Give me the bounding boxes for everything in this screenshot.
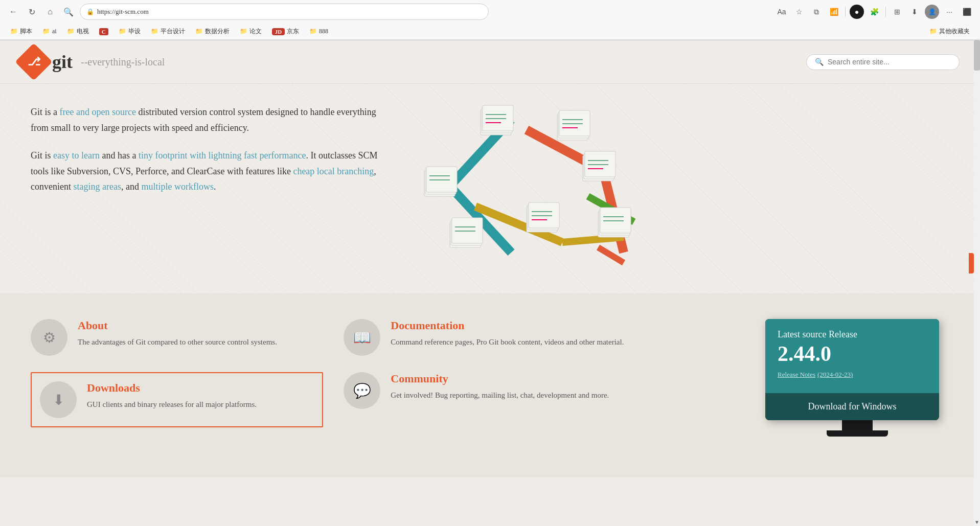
git-logo-diamond: ⎇ bbox=[15, 43, 53, 81]
bookmark-lunwen[interactable]: 📁 论文 bbox=[236, 26, 266, 37]
orange-side-tab[interactable] bbox=[969, 253, 974, 273]
svg-line-5 bbox=[562, 237, 624, 242]
split-view-button[interactable]: ⊞ bbox=[890, 5, 904, 19]
downloads-title: Downloads bbox=[87, 381, 257, 395]
download-windows-button[interactable]: Download for Windows bbox=[765, 393, 939, 420]
site-logo[interactable]: ⎇ git --everything-is-local bbox=[20, 49, 165, 75]
chat-icon: 💬 bbox=[353, 382, 371, 399]
back-button[interactable]: ← bbox=[6, 5, 20, 19]
col-1: ⚙ About The advantages of Git compared t… bbox=[31, 319, 323, 427]
hero-p2-final: . bbox=[214, 181, 216, 192]
downloads-card[interactable]: ⬇ Downloads GUI clients and binary relea… bbox=[31, 372, 323, 427]
release-title: Latest source Release bbox=[778, 329, 927, 340]
downloads-icon-circle: ⬇ bbox=[40, 381, 77, 418]
search-icon: 🔍 bbox=[815, 58, 824, 66]
accounts-button[interactable]: ● bbox=[850, 5, 864, 19]
refresh-button[interactable]: ↻ bbox=[25, 5, 39, 19]
bookmarks-bar: 📁 脚本 📁 ai 📁 电视 C 📁 毕设 📁 平台设计 📁 数据分析 📁 论 bbox=[0, 24, 980, 40]
search-input[interactable] bbox=[828, 58, 951, 66]
book-icon: 📖 bbox=[353, 329, 371, 346]
docs-content: Documentation Command reference pages, P… bbox=[391, 319, 624, 348]
signal-icon: 📶 bbox=[827, 5, 841, 19]
monitor-stand bbox=[842, 420, 873, 430]
staging-areas-link[interactable]: staging areas bbox=[73, 181, 121, 192]
bookmark-other[interactable]: 📁 其他收藏夹 bbox=[925, 26, 974, 37]
folder-icon: 📁 bbox=[195, 28, 203, 35]
tiny-footprint-link[interactable]: tiny footprint with lightning fast perfo… bbox=[139, 150, 306, 161]
screenshot-button[interactable]: ⬛ bbox=[960, 5, 974, 19]
divider-1 bbox=[845, 7, 846, 17]
folder-icon: 📁 bbox=[929, 28, 937, 35]
extensions-button[interactable]: 🧩 bbox=[867, 5, 881, 19]
folder-icon: 📁 bbox=[151, 28, 158, 35]
git-logo-icon: ⎇ bbox=[28, 55, 40, 68]
bookmark-bishe[interactable]: 📁 毕设 bbox=[115, 26, 145, 37]
documentation-card[interactable]: 📖 Documentation Command reference pages,… bbox=[344, 319, 636, 356]
git-diagram bbox=[409, 104, 644, 268]
about-desc: The advantages of Git compared to other … bbox=[78, 336, 277, 348]
bookmark-label: 888 bbox=[319, 28, 328, 35]
site-name: git bbox=[52, 51, 73, 73]
release-date: (2024-02-23) bbox=[817, 371, 853, 378]
home-button[interactable]: ⌂ bbox=[43, 5, 57, 19]
avatar[interactable]: 👤 bbox=[925, 5, 939, 19]
hero-text: Git is a free and open source distribute… bbox=[31, 104, 389, 207]
downloads-desc: GUI clients and binary releases for all … bbox=[87, 399, 257, 410]
bookmark-c[interactable]: C bbox=[95, 27, 112, 36]
bookmark-pingtai[interactable]: 📁 平台设计 bbox=[147, 26, 189, 37]
about-title: About bbox=[78, 319, 277, 332]
community-content: Community Get involved! Bug reporting, m… bbox=[391, 372, 609, 401]
favorites-button[interactable]: ☆ bbox=[792, 5, 806, 19]
hero-p2-mid1: and has a bbox=[100, 150, 139, 161]
downloads-button[interactable]: ⬇ bbox=[907, 5, 922, 19]
search-button[interactable]: 🔍 bbox=[61, 5, 76, 19]
bookmark-jiaob[interactable]: 📁 脚本 bbox=[6, 26, 36, 37]
bookmark-label: 脚本 bbox=[20, 27, 32, 36]
scrollbar-down[interactable]: ▼ bbox=[974, 518, 980, 526]
more-button[interactable]: ··· bbox=[942, 5, 956, 19]
collections-button[interactable]: ⧉ bbox=[809, 5, 824, 19]
hero-para-2: Git is easy to learn and has a tiny foot… bbox=[31, 148, 389, 195]
monitor-body: Latest source Release 2.44.0 Release Not… bbox=[765, 319, 939, 420]
community-icon-circle: 💬 bbox=[344, 372, 380, 409]
site-header: ⎇ git --everything-is-local 🔍 bbox=[0, 40, 980, 84]
about-icon-circle: ⚙ bbox=[31, 319, 67, 356]
bookmark-jd[interactable]: JD 京东 bbox=[268, 26, 303, 37]
scrollbar-track: ▲ ▼ bbox=[974, 40, 980, 526]
community-title: Community bbox=[391, 372, 609, 385]
bookmark-other-label: 其他收藏夹 bbox=[939, 27, 970, 36]
download-icon: ⬇ bbox=[53, 392, 64, 408]
folder-icon: 📁 bbox=[67, 28, 75, 35]
bookmarks-right: 📁 其他收藏夹 bbox=[925, 26, 974, 37]
lock-icon: 🔒 bbox=[86, 8, 94, 16]
download-widget: Latest source Release 2.44.0 Release Not… bbox=[765, 319, 949, 452]
folder-icon: 📁 bbox=[42, 28, 50, 35]
multiple-workflows-link[interactable]: multiple workflows bbox=[141, 181, 214, 192]
release-notes-link[interactable]: Release Notes bbox=[778, 371, 815, 378]
cheap-branching-link[interactable]: cheap local branching bbox=[293, 166, 374, 176]
easy-to-learn-link[interactable]: easy to learn bbox=[53, 150, 100, 161]
docs-title: Documentation bbox=[391, 319, 624, 332]
browser-chrome: ← ↻ ⌂ 🔍 🔒 https://git-scm.com Aa ☆ ⧉ 📶 ●… bbox=[0, 0, 980, 40]
col-3: Latest source Release 2.44.0 Release Not… bbox=[657, 319, 949, 452]
folder-icon: 📁 bbox=[119, 28, 126, 35]
community-desc: Get involved! Bug reporting, mailing lis… bbox=[391, 390, 609, 401]
scrollbar-thumb[interactable] bbox=[974, 40, 980, 71]
bookmark-label: 论文 bbox=[249, 27, 262, 36]
community-card[interactable]: 💬 Community Get involved! Bug reporting,… bbox=[344, 372, 636, 409]
address-bar[interactable]: 🔒 https://git-scm.com bbox=[80, 4, 489, 20]
about-card[interactable]: ⚙ About The advantages of Git compared t… bbox=[31, 319, 323, 356]
bookmark-label: 电视 bbox=[77, 27, 89, 36]
bookmark-shuju[interactable]: 📁 数据分析 bbox=[191, 26, 234, 37]
search-box[interactable]: 🔍 bbox=[806, 54, 960, 70]
folder-icon: 📁 bbox=[10, 28, 18, 35]
hero-p2-end: , and bbox=[121, 181, 142, 192]
c-badge: C bbox=[99, 28, 108, 35]
free-open-source-link[interactable]: free and open source bbox=[60, 107, 136, 117]
bookmark-ai[interactable]: 📁 ai bbox=[38, 27, 61, 36]
bookmark-888[interactable]: 📁 888 bbox=[305, 27, 332, 36]
browser-top-bar: ← ↻ ⌂ 🔍 🔒 https://git-scm.com Aa ☆ ⧉ 📶 ●… bbox=[0, 0, 980, 24]
read-mode-button[interactable]: Aa bbox=[774, 5, 789, 19]
bookmark-label: 平台设计 bbox=[161, 27, 185, 36]
bookmark-dianshi[interactable]: 📁 电视 bbox=[63, 26, 93, 37]
